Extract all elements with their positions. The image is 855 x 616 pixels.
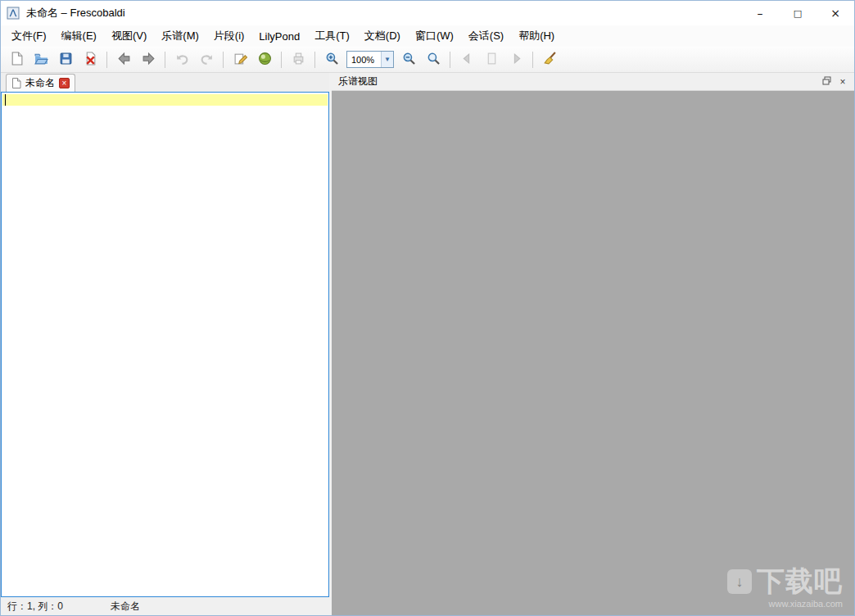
zoom-in-button[interactable]: [320, 49, 343, 70]
save-document-icon: [59, 52, 73, 68]
tab-close-button[interactable]: ×: [59, 78, 70, 88]
edit-icon: [233, 52, 247, 68]
zoom-out-button[interactable]: [397, 49, 420, 70]
zoom-level-select[interactable]: 100% ▼: [346, 51, 394, 68]
status-doc-name: 未命名: [111, 600, 140, 614]
close-document-button[interactable]: [79, 49, 102, 70]
music-view-pane: 乐谱视图 × ↓ 下载吧 www.xiazaiba.com: [332, 73, 854, 615]
back-icon: [117, 52, 131, 68]
close-panel-button[interactable]: ×: [835, 75, 851, 89]
zoom-original-button[interactable]: [422, 49, 445, 70]
previous-page-button[interactable]: [455, 49, 478, 70]
next-page-icon: [509, 52, 523, 68]
zoom-in-icon: [325, 52, 339, 68]
toolbar-separator: [450, 52, 450, 68]
toolbar-separator: [314, 52, 315, 68]
menu-session[interactable]: 会话(S): [461, 25, 511, 47]
document-tab[interactable]: 未命名 ×: [6, 74, 75, 92]
open-document-icon: [34, 52, 48, 68]
new-document-icon: [10, 52, 24, 68]
minimize-button[interactable]: –: [741, 1, 779, 25]
app-window: 未命名 – Frescobaldi – □ × 文件(F) 编辑(E) 视图(V…: [0, 0, 855, 616]
close-document-icon: [84, 52, 97, 68]
current-line-highlight: [2, 94, 328, 106]
code-editor[interactable]: [1, 93, 329, 597]
menu-tools[interactable]: 工具(T): [307, 25, 357, 47]
toolbar-separator: [106, 52, 107, 68]
text-caret: [5, 94, 6, 106]
toolbar-separator: [223, 52, 224, 68]
menu-bar: 文件(F) 编辑(E) 视图(V) 乐谱(M) 片段(i) LilyPond 工…: [1, 25, 854, 47]
menu-help[interactable]: 帮助(H): [511, 25, 562, 47]
undo-icon: [175, 52, 189, 68]
status-bar: 行：1, 列：0 未命名: [1, 597, 329, 615]
toolbar-separator: [532, 52, 533, 68]
page-number-button[interactable]: [480, 49, 503, 70]
zoom-original-icon: [427, 52, 441, 68]
watermark-url: www.xiazaiba.com: [727, 599, 843, 609]
main-area: 未命名 × 行：1, 列：0 未命名 乐谱视图 ×: [1, 73, 854, 615]
back-button[interactable]: [112, 49, 135, 70]
chevron-down-icon: ▼: [381, 52, 393, 67]
undo-button[interactable]: [170, 49, 193, 70]
float-panel-icon: [822, 76, 831, 88]
zoom-level-value: 100%: [347, 55, 381, 65]
zoom-out-icon: [402, 52, 416, 68]
menu-lilypond[interactable]: LilyPond: [251, 27, 307, 46]
window-controls: – □ ×: [741, 1, 854, 25]
editor-pane: 未命名 × 行：1, 列：0 未命名: [1, 73, 329, 615]
open-document-button[interactable]: [29, 49, 52, 70]
document-icon: [11, 78, 21, 88]
forward-icon: [142, 52, 156, 68]
clear-music-view-button[interactable]: [538, 49, 561, 70]
print-icon: [292, 52, 305, 68]
menu-view[interactable]: 视图(V): [104, 25, 154, 47]
next-page-button[interactable]: [504, 49, 527, 70]
music-view-canvas[interactable]: ↓ 下载吧 www.xiazaiba.com: [332, 91, 854, 615]
menu-window[interactable]: 窗口(W): [408, 25, 461, 47]
float-panel-button[interactable]: [818, 75, 835, 89]
close-panel-icon: ×: [839, 76, 845, 88]
document-tab-label: 未命名: [25, 76, 55, 90]
print-music-button[interactable]: [287, 49, 310, 70]
watermark-title: 下载吧: [757, 563, 843, 600]
tool-bar: 100% ▼: [1, 47, 854, 73]
redo-button[interactable]: [195, 49, 218, 70]
lilypond-engrave-button[interactable]: [253, 49, 276, 70]
menu-edit[interactable]: 编辑(E): [54, 25, 104, 47]
music-view-title: 乐谱视图: [338, 75, 818, 88]
menu-music[interactable]: 乐谱(M): [154, 25, 206, 47]
app-icon: [7, 7, 20, 20]
title-bar: 未命名 – Frescobaldi – □ ×: [1, 1, 854, 25]
music-view-header: 乐谱视图 ×: [332, 73, 854, 91]
close-button[interactable]: ×: [817, 1, 854, 25]
forward-button[interactable]: [137, 49, 160, 70]
watermark: ↓ 下载吧 www.xiazaiba.com: [727, 563, 843, 609]
menu-file[interactable]: 文件(F): [4, 25, 54, 47]
menu-snippets[interactable]: 片段(i): [206, 25, 252, 47]
window-title: 未命名 – Frescobaldi: [26, 6, 741, 20]
status-line-col: 行：1, 列：0: [7, 600, 63, 614]
previous-page-icon: [460, 52, 474, 68]
clear-music-icon: [543, 52, 557, 68]
redo-icon: [200, 52, 214, 68]
edit-in-place-button[interactable]: [228, 49, 251, 70]
menu-document[interactable]: 文档(D): [357, 25, 408, 47]
new-document-button[interactable]: [5, 49, 28, 70]
save-document-button[interactable]: [54, 49, 77, 70]
maximize-button[interactable]: □: [779, 1, 817, 25]
page-icon: [485, 52, 499, 68]
document-tab-bar: 未命名 ×: [1, 73, 329, 93]
watermark-logo-icon: ↓: [727, 569, 752, 594]
lilypond-engrave-icon: [258, 52, 272, 68]
toolbar-separator: [281, 52, 282, 68]
toolbar-separator: [165, 52, 165, 68]
